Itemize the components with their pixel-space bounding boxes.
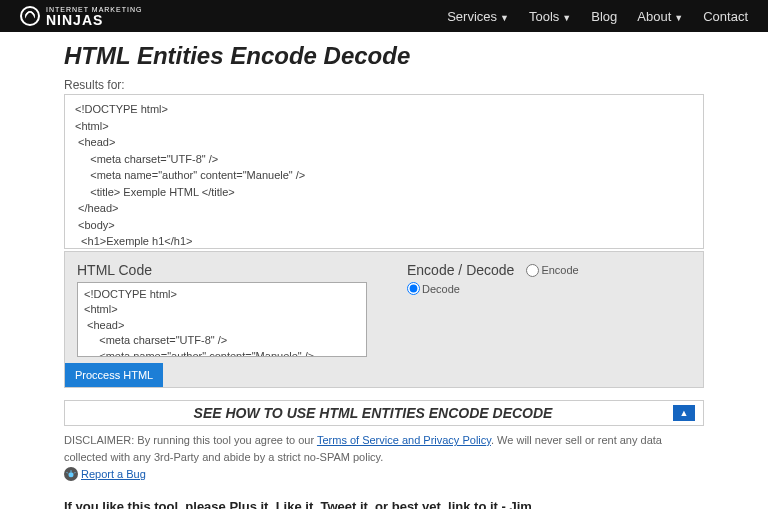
- tos-link[interactable]: Terms of Service and Privacy Policy: [317, 434, 491, 446]
- disclaimer: DISCLAIMER: By running this tool you agr…: [64, 432, 704, 465]
- nav-tools[interactable]: Tools▼: [529, 9, 571, 24]
- chevron-down-icon: ▼: [562, 13, 571, 23]
- main-container: HTML Entities Encode Decode Results for:…: [64, 42, 704, 509]
- brand-logo[interactable]: INTERNET MARKETING NINJAS: [20, 6, 142, 27]
- share-prompt: If you like this tool, please Plus it, L…: [64, 499, 704, 509]
- form-panel: HTML Code Encode / Decode Encode Decode …: [64, 251, 704, 388]
- decode-radio[interactable]: [407, 282, 420, 295]
- svg-line-3: [74, 472, 75, 473]
- decode-option[interactable]: Decode: [407, 282, 691, 295]
- report-bug-link[interactable]: Report a Bug: [81, 468, 146, 480]
- process-button[interactable]: Proccess HTML: [65, 363, 163, 387]
- chevron-down-icon: ▼: [674, 13, 683, 23]
- ninja-icon: [20, 6, 40, 26]
- page-title: HTML Entities Encode Decode: [64, 42, 704, 70]
- results-label: Results for:: [64, 78, 704, 92]
- nav-blog[interactable]: Blog: [591, 9, 617, 24]
- nav-services[interactable]: Services▼: [447, 9, 509, 24]
- encode-option[interactable]: Encode: [526, 264, 578, 277]
- bug-icon: [64, 467, 78, 481]
- nav-links: Services▼ Tools▼ Blog About▼ Contact: [447, 9, 748, 24]
- code-label: HTML Code: [77, 262, 367, 278]
- howto-bar: SEE HOW TO USE HTML ENTITIES ENCODE DECO…: [64, 400, 704, 426]
- svg-line-2: [67, 472, 68, 473]
- mode-label: Encode / Decode: [407, 262, 514, 278]
- brand-big: NINJAS: [46, 13, 142, 27]
- nav-contact[interactable]: Contact: [703, 9, 748, 24]
- html-code-input[interactable]: [77, 282, 367, 357]
- howto-toggle[interactable]: ▲: [673, 405, 695, 421]
- svg-point-0: [69, 472, 74, 477]
- chevron-down-icon: ▼: [500, 13, 509, 23]
- howto-text: SEE HOW TO USE HTML ENTITIES ENCODE DECO…: [73, 405, 673, 421]
- encode-radio[interactable]: [526, 264, 539, 277]
- nav-about[interactable]: About▼: [637, 9, 683, 24]
- results-output[interactable]: <!DOCTYPE html><html> <head> <meta chars…: [64, 94, 704, 249]
- navbar: INTERNET MARKETING NINJAS Services▼ Tool…: [0, 0, 768, 32]
